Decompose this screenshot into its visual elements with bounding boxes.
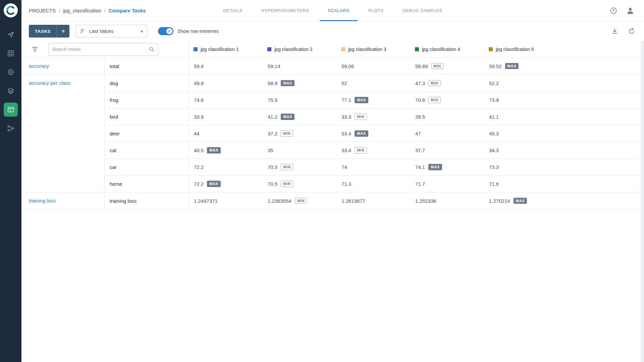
tasks-button-label[interactable]: TASKS (29, 25, 57, 38)
metric-value-cell: 77.1MAX (336, 92, 410, 108)
min-badge: MIN (428, 80, 441, 86)
breadcrumb-separator: / (104, 8, 106, 13)
metric-group: training losstraining loss1.24473711.236… (21, 192, 644, 209)
user-icon (626, 6, 635, 15)
scalars-table: jpg classification 1jpg classification 2… (21, 41, 644, 362)
download-icon (611, 27, 619, 35)
metric-value: 40.5 (194, 147, 204, 153)
metric-value-cell: 75.5 (263, 92, 336, 108)
tab-hyperparameters[interactable]: HYPERPARAMETERS (252, 0, 318, 21)
metric-link[interactable]: training loss (29, 198, 56, 203)
values-mode-dropdown[interactable]: Last Values ▾ (75, 25, 147, 38)
sidebar-item-reports[interactable] (4, 103, 18, 117)
metric-value-cell: 73.9 (484, 92, 558, 108)
columns-header: jpg classification 1jpg classification 2… (21, 41, 644, 58)
toggle-label: Show row extremes (177, 28, 219, 34)
metric-group: accuracy per classdog49.958.9MAX5247.3MI… (21, 75, 644, 192)
tab-debug-samples[interactable]: DEBUG SAMPLES (393, 0, 452, 21)
metric-value: 39.5 (415, 114, 425, 120)
metric-value-cell: 41.1 (484, 109, 558, 125)
metric-value: 41.1 (489, 114, 499, 120)
max-badge: MAX (207, 147, 221, 153)
metric-value-cell: 35 (263, 142, 336, 159)
user-avatar[interactable] (626, 6, 635, 15)
variant-name: frog (105, 92, 189, 108)
svg-text:?: ? (612, 9, 615, 13)
launch-icon (7, 31, 14, 38)
metric-value-cell: 53.4MAX (336, 125, 410, 142)
experiment-column-header[interactable]: jpg classification 3 (336, 41, 410, 57)
breadcrumb-item[interactable]: jpg_classification (63, 8, 101, 13)
metric-value-cell: 33.9 (189, 109, 263, 125)
max-badge: MAX (281, 114, 294, 120)
clearml-logo[interactable] (4, 3, 18, 17)
metric-value: 33.4 (341, 147, 351, 153)
sidebar-item-datasets[interactable] (4, 84, 18, 98)
metric-value: 74.1 (415, 164, 425, 170)
metric-value-cell: 37.2MIN (263, 125, 336, 142)
metric-value: 47 (415, 131, 421, 136)
workers-icon (7, 68, 14, 76)
add-task-button[interactable]: + (57, 25, 69, 38)
breadcrumb-item[interactable]: Compare Tasks (109, 8, 146, 13)
sidebar-item-dashboard[interactable] (4, 46, 18, 60)
help-button[interactable]: ? (610, 7, 617, 14)
metric-value: 1.270214 (489, 198, 510, 204)
tab-scalars[interactable]: SCALARS (318, 0, 359, 21)
experiment-column-header[interactable]: jpg classification 5 (484, 41, 558, 57)
table-row: horse72.2MAX70.5MIN71.371.771.6 (105, 175, 644, 192)
min-badge: MIN (281, 181, 293, 187)
metric-value: 72.2 (194, 181, 204, 187)
metric-value: 59.06 (341, 63, 354, 69)
metric-group-rows: total59.459.1459.0658.89MIN59.52MAX (105, 58, 644, 74)
metric-value: 59.4 (194, 63, 204, 69)
tasks-split-button[interactable]: TASKS + (29, 25, 69, 38)
metric-value-cell: 1.2363554MIN (263, 192, 336, 209)
metric-value-cell: 34.3 (484, 142, 558, 159)
metric-value-cell: 71.6 (484, 176, 558, 192)
show-row-extremes-toggle[interactable]: ✓ (158, 27, 173, 35)
table-body: accuracytotal59.459.1459.0658.89MIN59.52… (21, 58, 644, 209)
experiment-column-header[interactable]: jpg classification 1 (189, 41, 263, 57)
breadcrumb-item[interactable]: PROJECTS (29, 8, 56, 13)
tab-plots[interactable]: PLOTS (359, 0, 393, 21)
experiment-column-header[interactable]: jpg classification 4 (410, 41, 484, 57)
table-row: deer4437.2MIN53.4MAX4745.3 (105, 125, 644, 142)
metric-value-cell: 74.1MAX (410, 159, 484, 175)
metric-value: 58.89 (415, 63, 428, 69)
sidebar-item-pipelines[interactable] (4, 121, 18, 135)
min-badge: MIN (295, 198, 307, 204)
variant-name: cat (105, 142, 189, 159)
filter-icon[interactable] (32, 46, 38, 53)
search-icon[interactable] (149, 46, 155, 52)
toolbar: TASKS + Last Values ▾ ✓ Show row extreme… (21, 21, 644, 41)
metric-value-cell: 58.89MIN (410, 58, 484, 74)
metric-value: 44 (194, 131, 200, 136)
metric-value: 71.7 (415, 181, 425, 187)
sidebar-item-workers[interactable] (4, 65, 18, 79)
sidebar (0, 0, 21, 362)
metric-value-cell: 1.2613677 (336, 192, 410, 209)
metric-value-cell: 52 (336, 75, 410, 92)
metric-value-cell: 45.3 (484, 125, 558, 142)
metric-value-cell: 1.252336 (410, 192, 484, 209)
metric-value-cell: 49.9 (189, 75, 263, 92)
refresh-icon (628, 27, 635, 35)
download-button[interactable] (611, 27, 619, 35)
metric-value-cell: 59.14 (263, 58, 336, 74)
metric-value: 1.2447371 (194, 198, 218, 204)
refresh-button[interactable] (628, 27, 635, 35)
search-input[interactable] (52, 47, 146, 52)
metric-value-cell: 70.6MIN (410, 92, 484, 108)
dashboard-grid-icon (7, 50, 14, 57)
experiment-column-header[interactable]: jpg classification 2 (263, 41, 336, 57)
tab-details[interactable]: DETAILS (214, 0, 252, 21)
sidebar-item-launch[interactable] (4, 27, 18, 42)
metric-link[interactable]: accuracy per class (29, 80, 70, 86)
metric-link[interactable]: accuracy (29, 63, 49, 69)
vertical-scrollbar[interactable] (641, 41, 644, 362)
metric-value: 33.9 (194, 114, 204, 120)
min-badge: MIN (281, 130, 293, 136)
metric-group-rows: dog49.958.9MAX5247.3MIN52.2frog74.675.57… (105, 75, 644, 192)
metric-value: 73.3 (489, 164, 499, 170)
